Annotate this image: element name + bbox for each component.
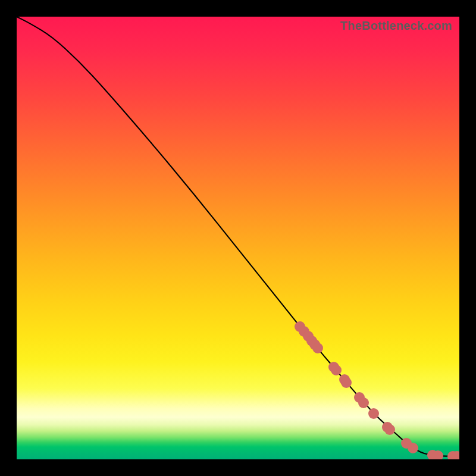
watermark-text: TheBottleneck.com	[340, 19, 452, 33]
chart-stage: TheBottleneck.com	[0, 0, 476, 476]
data-marker	[452, 451, 459, 459]
plot-area: TheBottleneck.com	[17, 17, 459, 459]
data-marker	[368, 408, 379, 419]
data-marker	[331, 365, 342, 375]
data-marker	[312, 343, 323, 353]
curve-layer	[17, 17, 459, 459]
data-marker	[433, 450, 443, 459]
data-marker	[384, 424, 395, 435]
curve-path	[17, 17, 459, 456]
data-marker	[358, 397, 369, 408]
data-marker	[408, 443, 418, 453]
data-marker	[341, 377, 352, 388]
